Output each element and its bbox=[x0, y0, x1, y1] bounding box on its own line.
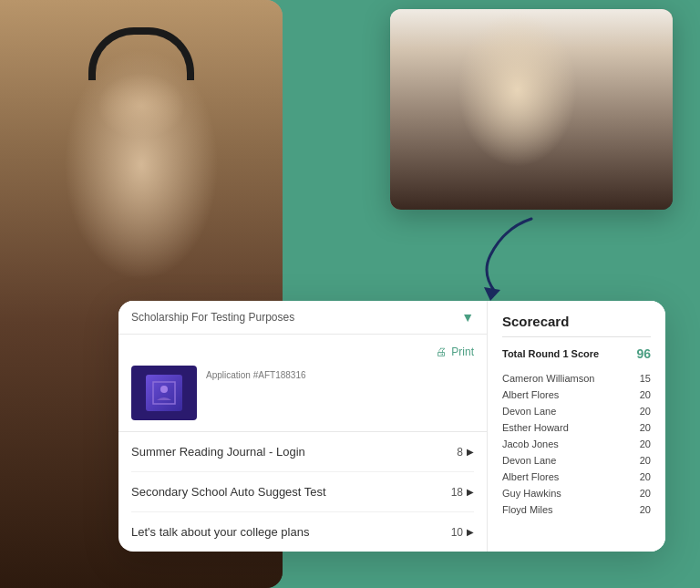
app-logo bbox=[131, 366, 197, 420]
score-name: Guy Hawkins bbox=[502, 488, 561, 499]
test-item-name: Summer Reading Journal - Login bbox=[131, 445, 305, 459]
score-name: Jacob Jones bbox=[502, 438, 559, 449]
chevron-right-icon: ▶ bbox=[467, 447, 474, 457]
score-rows: Cameron Williamson 15 Albert Flores 20 D… bbox=[502, 370, 651, 518]
print-icon: 🖨 bbox=[436, 346, 447, 358]
list-item: Cameron Williamson 15 bbox=[502, 370, 651, 387]
score-value: 20 bbox=[640, 455, 651, 466]
score-value: 20 bbox=[640, 471, 651, 482]
score-name: Cameron Williamson bbox=[502, 373, 594, 384]
score-value: 20 bbox=[640, 438, 651, 449]
print-label: Print bbox=[451, 346, 474, 358]
list-item: Guy Hawkins 20 bbox=[502, 485, 651, 501]
app-header: 🖨 Print bbox=[131, 346, 474, 358]
score-value: 20 bbox=[640, 422, 651, 433]
chevron-right-icon: ▶ bbox=[467, 487, 474, 497]
list-item: Devon Lane 20 bbox=[502, 452, 651, 469]
arrow-decoration bbox=[449, 201, 559, 310]
left-panel: Scholarship For Testing Purposes ▼ 🖨 Pri… bbox=[118, 301, 488, 552]
score-value: 20 bbox=[640, 504, 651, 515]
woman-photo bbox=[390, 9, 673, 210]
score-value: 20 bbox=[640, 389, 651, 400]
dropdown-bar[interactable]: Scholarship For Testing Purposes ▼ bbox=[118, 301, 487, 335]
test-item-name: Let's talk about your college plans bbox=[131, 525, 309, 539]
test-item-name: Secondary School Auto Suggest Test bbox=[131, 485, 326, 499]
list-item: Esther Howard 20 bbox=[502, 419, 651, 436]
main-card: Scholarship For Testing Purposes ▼ 🖨 Pri… bbox=[118, 301, 665, 552]
score-name: Devon Lane bbox=[502, 455, 556, 466]
score-name: Albert Flores bbox=[502, 471, 559, 482]
chevron-down-icon: ▼ bbox=[461, 310, 474, 325]
test-item[interactable]: Let's talk about your college plans 10 ▶ bbox=[131, 512, 474, 552]
test-items-list: Summer Reading Journal - Login 8 ▶ Secon… bbox=[118, 432, 487, 552]
score-name: Albert Flores bbox=[502, 389, 559, 400]
score-divider bbox=[502, 336, 651, 337]
dropdown-label: Scholarship For Testing Purposes bbox=[131, 311, 294, 324]
score-value: 15 bbox=[640, 373, 651, 384]
list-item: Jacob Jones 20 bbox=[502, 436, 651, 452]
chevron-right-icon: ▶ bbox=[467, 527, 474, 537]
list-item: Devon Lane 20 bbox=[502, 403, 651, 419]
app-logo-inner bbox=[146, 375, 182, 411]
svg-marker-0 bbox=[484, 287, 500, 301]
print-button[interactable]: 🖨 Print bbox=[436, 346, 474, 358]
test-item-score: 8 ▶ bbox=[457, 446, 474, 459]
test-item[interactable]: Summer Reading Journal - Login 8 ▶ bbox=[131, 432, 474, 472]
scorecard-panel: Scorecard Total Round 1 Score 96 Cameron… bbox=[488, 301, 665, 552]
application-section: 🖨 Print Application #AFT188316 bbox=[118, 335, 487, 432]
test-item-score: 10 ▶ bbox=[451, 526, 474, 539]
list-item: Albert Flores 20 bbox=[502, 387, 651, 403]
score-value: 20 bbox=[640, 406, 651, 417]
score-name: Devon Lane bbox=[502, 406, 556, 417]
score-name: Esther Howard bbox=[502, 422, 569, 433]
total-score-row: Total Round 1 Score 96 bbox=[502, 346, 651, 361]
test-item-score: 18 ▶ bbox=[451, 486, 474, 499]
score-name: Floyd Miles bbox=[502, 504, 553, 515]
list-item: Floyd Miles 20 bbox=[502, 501, 651, 518]
score-value: 20 bbox=[640, 488, 651, 499]
scorecard-title: Scorecard bbox=[502, 314, 651, 329]
list-item: Albert Flores 20 bbox=[502, 469, 651, 485]
total-score-label: Total Round 1 Score bbox=[502, 348, 599, 359]
total-score-value: 96 bbox=[636, 346, 651, 361]
application-id: Application #AFT188316 bbox=[206, 370, 306, 380]
test-item[interactable]: Secondary School Auto Suggest Test 18 ▶ bbox=[131, 472, 474, 512]
svg-point-2 bbox=[160, 386, 168, 393]
